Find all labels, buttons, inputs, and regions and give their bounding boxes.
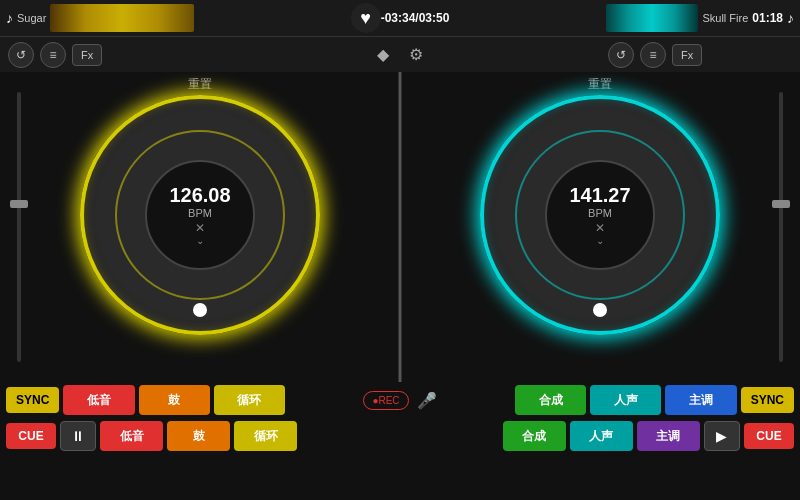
left-pitch-thumb[interactable]	[10, 200, 28, 208]
left-pitch-track	[17, 92, 21, 362]
right-bpm-x: ✕	[595, 221, 605, 235]
right-eq-icon: ≡	[649, 48, 656, 62]
right-eq-button[interactable]: ≡	[640, 42, 666, 68]
right-pad-主调-2[interactable]: 主调	[637, 421, 700, 451]
right-controls: ↺ ≡ Fx	[600, 42, 800, 68]
right-bpm-caret: ⌄	[596, 235, 604, 246]
right-pad-主调-1[interactable]: 主调	[665, 385, 736, 415]
mic-icon[interactable]: 🎤	[417, 391, 437, 410]
right-bpm-value: 141.27	[569, 184, 630, 207]
right-deck: 重置 141.27 BPM ✕ ⌄	[400, 72, 800, 382]
right-pitch-thumb[interactable]	[772, 200, 790, 208]
right-sync-button[interactable]: SYNC	[741, 387, 794, 413]
left-waveform[interactable]	[50, 4, 194, 32]
left-pad-循环-1[interactable]: 循环	[214, 385, 285, 415]
left-pause-button[interactable]: ⏸	[60, 421, 96, 451]
right-pad-人声-1[interactable]: 人声	[590, 385, 661, 415]
left-waveform-bars	[50, 4, 194, 32]
left-pads-row1: 低音 鼓 循环	[63, 385, 285, 415]
right-pad-合成-1[interactable]: 合成	[515, 385, 586, 415]
center-controls: ◆ ⚙	[200, 45, 600, 64]
right-cue-button[interactable]: CUE	[744, 423, 794, 449]
left-music-note-icon: ♪	[6, 10, 13, 26]
left-eq-icon: ≡	[49, 48, 56, 62]
left-fx-button[interactable]: Fx	[72, 44, 102, 66]
right-play-button[interactable]: ▶	[704, 421, 740, 451]
left-controls: ↺ ≡ Fx	[0, 42, 200, 68]
right-time-display: 01:18	[752, 11, 783, 25]
right-fx-button[interactable]: Fx	[672, 44, 702, 66]
right-vinyl[interactable]: 141.27 BPM ✕ ⌄	[480, 95, 720, 335]
right-song-title: Skull Fire	[702, 12, 748, 24]
left-bpm-display: 126.08 BPM ✕ ⌄	[145, 160, 255, 270]
left-pad-低音-1[interactable]: 低音	[63, 385, 134, 415]
right-waveform[interactable]	[606, 4, 698, 32]
bottom-row2: CUE ⏸ 低音 鼓 循环 合成 人声 主调 ▶ CUE	[0, 418, 800, 454]
heart-icon[interactable]: ♥	[351, 3, 381, 33]
right-loop-button[interactable]: ↺	[608, 42, 634, 68]
rec-button[interactable]: ●REC	[363, 391, 408, 410]
right-pads-row2: 合成 人声 主调	[503, 421, 700, 451]
right-pitch-track	[779, 92, 783, 362]
left-vinyl[interactable]: 126.08 BPM ✕ ⌄	[80, 95, 320, 335]
gear-icon[interactable]: ⚙	[409, 45, 423, 64]
bottom-row1: SYNC 低音 鼓 循环 ●REC 🎤 合成 人声 主调 SYNC	[0, 382, 800, 418]
left-eq-button[interactable]: ≡	[40, 42, 66, 68]
right-vinyl-dot	[593, 303, 607, 317]
top-bar: ♪ Sugar ♥ -03:34/03:50 Skull Fire 01:18 …	[0, 0, 800, 36]
left-pad-循环-2[interactable]: 循环	[234, 421, 297, 451]
left-bpm-label: BPM	[188, 207, 212, 219]
left-pad-鼓-2[interactable]: 鼓	[167, 421, 230, 451]
left-loop-button[interactable]: ↺	[8, 42, 34, 68]
left-reset-label: 重置	[188, 76, 212, 93]
right-bpm-display: 141.27 BPM ✕ ⌄	[545, 160, 655, 270]
left-bpm-caret: ⌄	[196, 235, 204, 246]
right-pad-合成-2[interactable]: 合成	[503, 421, 566, 451]
bottom-controls: SYNC 低音 鼓 循环 ●REC 🎤 合成 人声 主调 SYNC CUE ⏸ …	[0, 382, 800, 500]
left-bpm-x: ✕	[195, 221, 205, 235]
controls-bar: ↺ ≡ Fx ◆ ⚙ ↺ ≡ Fx	[0, 36, 800, 72]
main-deck-area: 重置 126.08 BPM ✕ ⌄ 重置	[0, 72, 800, 382]
time-display: -03:34/03:50	[381, 11, 450, 25]
center-bottom-row1: ●REC 🎤	[289, 391, 511, 410]
diamond-icon[interactable]: ◆	[377, 45, 389, 64]
right-bpm-label: BPM	[588, 207, 612, 219]
right-pad-人声-2[interactable]: 人声	[570, 421, 633, 451]
left-song-title: Sugar	[17, 12, 46, 24]
left-cue-button[interactable]: CUE	[6, 423, 56, 449]
left-sync-button[interactable]: SYNC	[6, 387, 59, 413]
right-track-info: Skull Fire 01:18 ♪	[600, 4, 800, 32]
right-music-note-icon: ♪	[787, 10, 794, 26]
right-pads-row1: 合成 人声 主调	[515, 385, 737, 415]
left-pads-row2: 低音 鼓 循环	[100, 421, 297, 451]
left-pad-低音-2[interactable]: 低音	[100, 421, 163, 451]
right-pitch-slider[interactable]	[772, 92, 790, 362]
left-deck: 重置 126.08 BPM ✕ ⌄	[0, 72, 400, 382]
center-info: ♥ -03:34/03:50	[200, 3, 600, 33]
left-vinyl-dot	[193, 303, 207, 317]
left-track-info: ♪ Sugar	[0, 4, 200, 32]
right-reset-label: 重置	[588, 76, 612, 93]
left-pitch-slider[interactable]	[10, 92, 28, 362]
left-bpm-value: 126.08	[169, 184, 230, 207]
left-pad-鼓-1[interactable]: 鼓	[139, 385, 210, 415]
